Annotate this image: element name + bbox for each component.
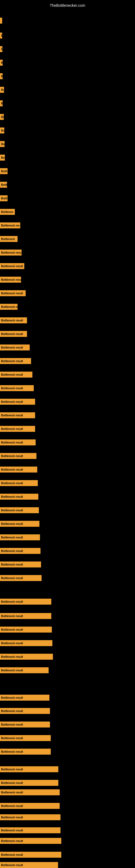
bar-row: Bottleneck result [0, 331, 27, 337]
bar-row: Bottleneck result [0, 735, 51, 741]
bar-row: Bottleneck result [0, 290, 26, 296]
bar: Bottleneck result [0, 561, 41, 567]
bar-row: Bottleneck result [0, 548, 41, 554]
bar-label: Bottleneck result [1, 600, 23, 603]
bar-label: Bottleneck result [1, 346, 23, 349]
bar-row: Bottleneck result [0, 803, 60, 809]
bar: Bo [0, 87, 4, 93]
bar-label: Bottleneck result [1, 710, 23, 713]
bar-row: Bottleneck result [0, 654, 53, 660]
bar-row: Bottleneck result [0, 317, 27, 323]
bar-label: Bottleneck result [1, 655, 23, 658]
bar: B [0, 60, 3, 66]
bar: Bottleneck res [0, 222, 20, 228]
bar-label: Bottlenec [1, 211, 13, 214]
bar: Bottleneck result [0, 494, 38, 500]
bar: Bo [0, 114, 4, 120]
bar-row: Bottleneck result [0, 613, 51, 619]
bar: Bottleneck result [0, 290, 26, 296]
bar: Bottleneck result [0, 749, 51, 755]
bar-label: Bottleneck result [1, 265, 23, 268]
bar: Bottleneck result [0, 331, 27, 337]
bar-row: B [0, 73, 3, 79]
bar-row: B [0, 60, 3, 66]
bar: Bottleneck result [0, 534, 40, 540]
bar: Bottleneck result [0, 575, 42, 581]
bar-label: Bottleneck result [1, 642, 23, 645]
bar-row: Bottleneck result [0, 263, 24, 269]
bar-row: Bottleneck result [0, 385, 34, 391]
bar-row: Bottleneck result [0, 372, 32, 378]
bar-label: Bottleneck result [1, 669, 23, 672]
bar-label: Bottleneck result [1, 509, 23, 512]
bar-label: Bottleneck result [1, 292, 23, 295]
bar: Bottleneck result [0, 385, 34, 391]
bar: Bottleneck result [0, 344, 30, 350]
bar: Bottleneck result [0, 789, 60, 795]
bar-label: Bottleneck result [1, 482, 23, 485]
bar-label: Bottleneck result [1, 696, 23, 699]
bar-row: Bottleneck result [0, 467, 37, 472]
bar-row: Bottleneck result [0, 494, 38, 500]
bar-label: Bottleneck result [1, 563, 23, 566]
bar-label: Bottleneck resu [1, 251, 21, 254]
bar: Bottleneck result [0, 372, 32, 378]
bar-label: Bottleneck result [1, 768, 23, 771]
bar-label: Bottleneck re [1, 305, 17, 308]
bar: Bottleneck result [0, 548, 41, 554]
bar-label: Bottl [1, 197, 7, 200]
bar: Bottl [0, 168, 8, 174]
bar-row: Bottleneck result [0, 708, 50, 714]
bar-row: E [0, 46, 2, 52]
bar: Bottleneck result [0, 838, 61, 844]
bar-label: Bottleneck result [1, 400, 23, 403]
bar-row: Bottlenec [0, 209, 15, 215]
bar-row: Bottleneck res [0, 222, 20, 228]
bar: Bottleneck result [0, 480, 38, 486]
bar-row: Bottleneck result [0, 561, 41, 567]
bar: Bottleneck result [0, 358, 31, 364]
bar: Bottleneck result [0, 627, 52, 632]
bar-row: Bottleneck result [0, 721, 50, 727]
bar-label: Bottleneck result [1, 781, 23, 784]
bar-row: Bottleneck result [0, 575, 42, 581]
bar: Bottleneck result [0, 827, 60, 833]
bar-row: Bottleneck result [0, 358, 31, 364]
bar-label: Bottleneck result [1, 414, 23, 417]
bar: Bottleneck result [0, 263, 24, 269]
bar-label: Bo [1, 143, 5, 146]
bar-row: Bottleneck re [0, 304, 17, 310]
bar-label: E [1, 48, 2, 51]
bar-label: Bottleneck result [1, 816, 23, 819]
bar [0, 18, 2, 24]
bar: Bottlenec [0, 209, 15, 215]
bar-row: Bottleneck result [0, 667, 49, 673]
bar: Bottleneck result [0, 507, 39, 513]
bar: Bottleneck result [0, 439, 36, 445]
bar-row: Bottleneck [0, 236, 17, 242]
bar-row: Bottleneck result [0, 599, 51, 604]
bar-row: Bottleneck resu [0, 277, 21, 283]
bar: Bottleneck result [0, 453, 37, 459]
bar: Bottleneck result [0, 521, 39, 527]
bar: Bottleneck result [0, 412, 35, 418]
bar-row: Bo [0, 114, 4, 120]
bar-row: Bottleneck result [0, 862, 58, 868]
bar-label: Bottleneck result [1, 522, 23, 525]
bar-label: Bottleneck result [1, 333, 23, 336]
bar-row: Bottleneck result [0, 534, 40, 540]
bar-row: Bottleneck result [0, 480, 38, 486]
bar-label: Bo [1, 88, 4, 91]
bar-row: Bottleneck result [0, 814, 60, 820]
bar-row: Bottleneck result [0, 749, 51, 755]
bar-row: Bottleneck result [0, 789, 60, 795]
bar-label: Bottleneck resu [1, 278, 21, 281]
bar: B [0, 73, 3, 79]
bar-row: Bottleneck result [0, 453, 37, 459]
bar-row: E [0, 33, 2, 38]
bar: E [0, 46, 2, 52]
bar-label: Bottleneck result [1, 791, 23, 794]
bar-label: Bottleneck [1, 238, 15, 241]
bar-row: Bo [0, 87, 4, 93]
bar-label: Bottleneck result [1, 829, 23, 832]
